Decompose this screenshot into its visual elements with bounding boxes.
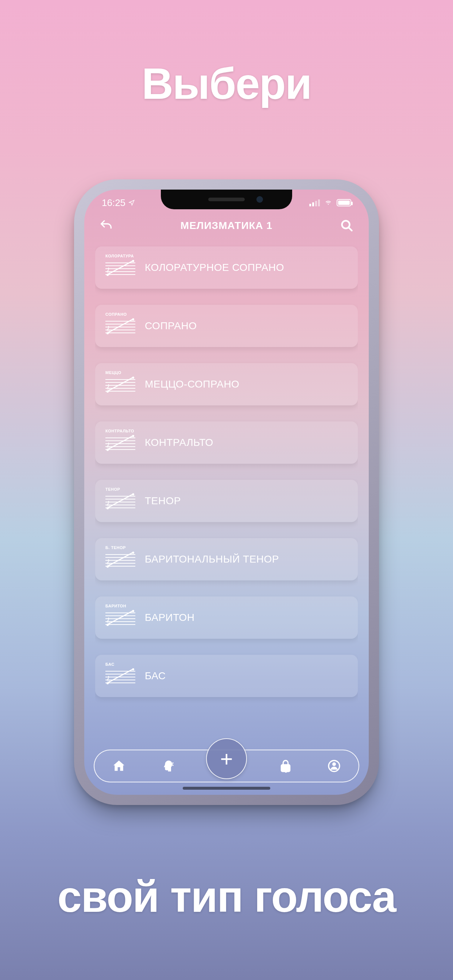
music-staff-icon: Б. ТЕНОР𝄞 [105,550,135,568]
plus-icon: + [220,746,233,772]
svg-text:𝄞: 𝄞 [106,384,110,392]
voice-item[interactable]: КОЛОРАТУРА𝄞КОЛОРАТУРНОЕ СОПРАНО [95,247,358,289]
svg-point-12 [132,377,134,379]
voice-label: КОНТРАЛЬТО [145,437,214,449]
location-icon [128,199,135,206]
reply-arrow-icon [99,218,113,233]
tab-profile[interactable] [324,756,344,776]
svg-point-8 [132,318,134,320]
tab-add[interactable]: + [206,738,247,779]
music-staff-icon: СОПРАНО𝄞 [105,317,135,335]
svg-line-2 [107,260,134,275]
svg-text:𝄞: 𝄞 [106,559,110,567]
voice-mini-label: БАС [105,662,135,667]
voice-mini-label: БАРИТОН [105,604,135,608]
promo-heading-top: Выбери [142,58,311,109]
tab-voice[interactable] [157,756,178,776]
svg-point-28 [132,610,134,612]
svg-text:𝄞: 𝄞 [106,676,110,684]
voice-label: БАРИТОНАЛЬНЫЙ ТЕНОР [145,554,279,565]
svg-point-16 [132,435,134,437]
music-staff-icon: БАРИТОН𝄞 [105,609,135,626]
svg-line-10 [107,377,134,391]
screen-title: МЕЛИЗМАТИКА 1 [180,220,273,232]
voice-item[interactable]: СОПРАНО𝄞СОПРАНО [95,305,358,347]
top-bar: МЕЛИЗМАТИКА 1 [84,213,369,239]
phone-screen: 16:25 МЕЛИЗМАТИКА 1 КОЛОРАТУРА𝄞КОЛОРАТУР… [84,189,369,795]
svg-point-37 [333,763,335,765]
promo-heading-bottom: свой тип голоса [0,871,453,922]
music-staff-icon: КОЛОРАТУРА𝄞 [105,259,135,276]
voice-mini-label: ТЕНОР [105,487,135,492]
svg-point-32 [132,668,134,670]
voice-item[interactable]: Б. ТЕНОР𝄞БАРИТОНАЛЬНЫЙ ТЕНОР [95,538,358,581]
voice-mini-label: КОЛОРАТУРА [105,254,135,258]
svg-text:𝄞: 𝄞 [106,617,110,625]
voice-label: БАРИТОН [145,612,195,624]
voice-item[interactable]: ТЕНОР𝄞ТЕНОР [95,480,358,522]
svg-line-26 [107,610,134,625]
tab-bar: + 𝄞 [94,749,359,783]
svg-point-24 [132,552,134,554]
voice-mini-label: Б. ТЕНОР [105,546,135,550]
voice-label: МЕЦЦО-СОПРАНО [145,379,239,390]
voice-item[interactable]: КОНТРАЛЬТО𝄞КОНТРАЛЬТО [95,422,358,464]
svg-text:𝄞: 𝄞 [106,442,110,450]
svg-text:𝄞: 𝄞 [106,267,110,275]
svg-line-6 [107,319,134,333]
voice-label: БАС [145,670,166,682]
phone-frame: 16:25 МЕЛИЗМАТИКА 1 КОЛОРАТУРА𝄞КОЛОРАТУР… [77,182,376,802]
svg-line-30 [107,669,134,683]
svg-point-20 [132,493,134,495]
globe-person-icon [327,759,341,773]
signal-icon [309,199,320,206]
head-voice-icon [160,759,175,773]
phone-notch [161,189,292,209]
voice-item[interactable]: МЕЦЦО𝄞МЕЦЦО-СОПРАНО [95,363,358,406]
home-icon [112,759,126,773]
voice-label: ТЕНОР [145,495,181,507]
svg-text:𝄞: 𝄞 [106,501,110,509]
svg-text:𝄞: 𝄞 [106,326,110,334]
svg-line-22 [107,552,134,566]
voice-mini-label: СОПРАНО [105,312,135,317]
voice-mini-label: КОНТРАЛЬТО [105,429,135,433]
tab-home[interactable] [109,756,129,776]
voice-mini-label: МЕЦЦО [105,371,135,375]
search-icon [340,219,353,232]
music-staff-icon: КОНТРАЛЬТО𝄞 [105,434,135,451]
svg-point-4 [132,260,134,262]
voice-label: СОПРАНО [145,320,197,332]
music-staff-icon: МЕЦЦО𝄞 [105,375,135,393]
voice-item[interactable]: БАРИТОН𝄞БАРИТОН [95,597,358,639]
music-staff-icon: ТЕНОР𝄞 [105,492,135,510]
voice-item[interactable]: БАС𝄞БАС [95,655,358,697]
wifi-icon [324,199,333,206]
svg-line-14 [107,435,134,450]
status-time: 16:25 [102,197,126,208]
voice-label: КОЛОРАТУРНОЕ СОПРАНО [145,262,284,274]
svg-line-18 [107,494,134,508]
battery-icon [337,199,351,206]
back-button[interactable] [97,217,115,234]
search-button[interactable] [338,217,356,234]
voice-list[interactable]: КОЛОРАТУРА𝄞КОЛОРАТУРНОЕ СОПРАНОСОПРАНО𝄞С… [95,244,358,751]
music-staff-icon: БАС𝄞 [105,667,135,685]
tab-lock[interactable]: 𝄞 [275,756,296,776]
svg-line-1 [348,228,352,231]
svg-text:𝄞: 𝄞 [284,765,287,772]
lock-clef-icon: 𝄞 [278,759,293,773]
home-indicator[interactable] [183,787,270,790]
